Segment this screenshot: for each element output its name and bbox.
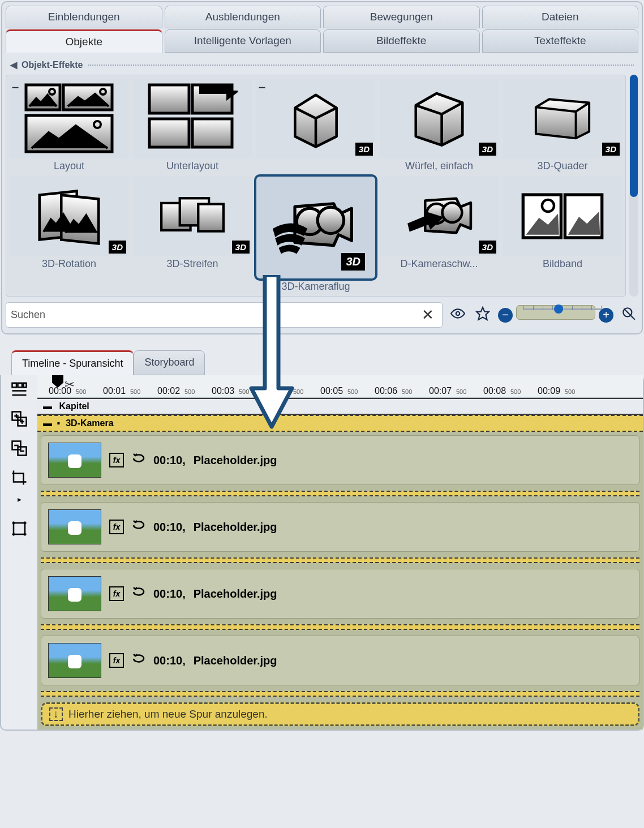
tool-add-plus-icon[interactable] — [10, 409, 29, 428]
gallery-label: 3D-Kameraflug — [256, 281, 375, 293]
tool-tracks-icon[interactable] — [10, 380, 29, 399]
tool-frame-icon[interactable] — [10, 519, 29, 538]
tab-intelligente-vorlagen[interactable]: Intelligente Vorlagen — [165, 29, 321, 53]
gallery-item-3d-kameraschwenk[interactable]: 3D D-Kameraschw... — [377, 174, 501, 295]
fx-badge[interactable]: fx — [109, 653, 124, 668]
track-item[interactable]: fx00:10,Placeholder.jpg — [41, 435, 639, 485]
gallery-label: 3D-Rotation — [10, 258, 128, 270]
gallery-item-layout[interactable]: – La — [7, 76, 131, 174]
zoom-knob[interactable] — [554, 304, 563, 314]
search-input[interactable]: Suchen ✕ — [6, 302, 443, 328]
gallery-label: Bildband — [503, 258, 622, 270]
search-placeholder: Suchen — [11, 309, 45, 321]
gallery-label: Layout — [10, 160, 128, 172]
track-item[interactable]: fx00:10,Placeholder.jpg — [41, 636, 639, 685]
svg-point-22 — [456, 311, 460, 315]
gallery-item-3d-kameraflug[interactable]: 3D 3D-Kameraflug — [254, 174, 377, 295]
gallery-item-bildband[interactable]: Bildband — [501, 174, 624, 295]
zoom-out-button[interactable]: − — [498, 308, 513, 323]
track-filename: Placeholder.jpg — [194, 654, 277, 667]
track-item[interactable]: fx00:10,Placeholder.jpg — [41, 569, 639, 619]
ruler-mark: 00:00500 — [49, 386, 71, 396]
gallery-item-3d-rotation[interactable]: 3D 3D-Rotation — [7, 174, 131, 295]
svg-rect-6 — [149, 85, 189, 113]
track-duration: 00:10, — [153, 454, 186, 467]
tab-ausblendungen[interactable]: Ausblendungen — [165, 6, 321, 28]
zoom-slider[interactable]: − + — [498, 305, 613, 325]
eye-icon[interactable] — [448, 306, 467, 324]
tool-dropdown-icon[interactable]: ▸ — [10, 490, 29, 509]
tab-bildeffekte[interactable]: Bildeffekte — [323, 29, 480, 53]
ruler-mark: 00:03500 — [212, 386, 234, 396]
kamera-header[interactable]: ▬ ▪ 3D-Kamera — [37, 415, 643, 432]
kamera-label: 3D-Kamera — [66, 418, 113, 428]
fx-badge[interactable]: fx — [109, 586, 124, 601]
collapse-triangle-icon[interactable]: ◀ — [10, 59, 17, 70]
track-filename: Placeholder.jpg — [194, 454, 277, 467]
tab-einblendungen[interactable]: Einblendungen — [6, 6, 162, 28]
timeline-panel: Timeline - Spuransicht Storyboard ▸ — [0, 350, 644, 731]
gallery-label: Unterlayout — [133, 160, 252, 172]
gallery-item-3d-streifen[interactable]: 3D 3D-Streifen — [131, 174, 254, 295]
badge-3d: 3D — [109, 241, 126, 254]
svg-rect-14 — [198, 204, 224, 231]
search-row: Suchen ✕ − + — [6, 302, 638, 328]
tab-texteffekte[interactable]: Texteffekte — [482, 29, 639, 53]
drop-hint[interactable]: ↓Hierher ziehen, um neue Spur anzulegen. — [41, 702, 639, 726]
effects-gallery: – La — [6, 75, 626, 297]
gallery-item-wuerfel-einfach[interactable]: 3D Würfel, einfach — [377, 76, 501, 174]
chapter-header[interactable]: ▬ Kapitel — [37, 398, 643, 415]
toolbox-panel: Einblendungen Ausblendungen Bewegungen D… — [1, 1, 643, 334]
timeline-ruler[interactable]: ✂ 00:0050000:0150000:0250000:0350000:045… — [37, 375, 643, 398]
track-divider — [41, 624, 639, 630]
ruler-mark: 00:06500 — [375, 386, 397, 396]
tab-storyboard[interactable]: Storyboard — [134, 350, 205, 375]
zoom-track[interactable] — [516, 305, 595, 320]
loop-icon[interactable] — [132, 452, 145, 469]
tab-dateien[interactable]: Dateien — [482, 6, 639, 28]
loop-icon[interactable] — [132, 518, 145, 535]
svg-rect-27 — [12, 383, 17, 388]
tab-bewegungen[interactable]: Bewegungen — [323, 6, 480, 28]
ruler-mark: 00:05500 — [320, 386, 343, 396]
tool-crop-icon[interactable] — [10, 468, 29, 487]
gallery-item-3d-quader[interactable]: 3D 3D-Quader — [501, 76, 624, 174]
ruler-mark: 00:09500 — [538, 386, 560, 396]
collapse-minus-icon: – — [259, 80, 265, 95]
star-icon[interactable] — [473, 306, 492, 324]
track-thumbnail — [48, 509, 101, 544]
zoom-reset-icon[interactable] — [619, 306, 638, 324]
collapse-icon[interactable]: ▬ — [43, 401, 52, 411]
gallery-scrollbar[interactable] — [629, 75, 638, 297]
fx-badge[interactable]: fx — [109, 520, 124, 534]
fx-badge[interactable]: fx — [109, 453, 124, 467]
track-divider — [41, 691, 639, 697]
svg-rect-42 — [14, 523, 25, 534]
svg-point-18 — [443, 203, 462, 222]
collapse-dash-icon[interactable]: ▬ ▪ — [43, 418, 61, 428]
section-header[interactable]: ◀ Objekt-Effekte — [10, 59, 634, 70]
section-title: Objekt-Effekte — [22, 60, 83, 70]
badge-3d: 3D — [479, 143, 496, 156]
badge-3d: 3D — [355, 143, 373, 156]
ruler-mark: 00:04500 — [266, 386, 289, 396]
svg-rect-9 — [192, 119, 232, 147]
svg-line-26 — [624, 308, 631, 316]
scrollbar-thumb[interactable] — [630, 75, 638, 197]
track-thumbnail — [48, 576, 101, 611]
loop-icon[interactable] — [132, 652, 145, 669]
tab-objekte[interactable]: Objekte — [6, 29, 162, 53]
clear-search-icon[interactable]: ✕ — [418, 306, 437, 324]
gallery-item-3d-wuerfel[interactable]: – 3D — [254, 76, 377, 174]
badge-3d: 3D — [232, 241, 250, 254]
section-dots — [88, 65, 634, 66]
tab-timeline[interactable]: Timeline - Spuransicht — [11, 350, 134, 375]
tool-remove-minus-icon[interactable] — [10, 439, 29, 458]
loop-icon[interactable] — [132, 585, 145, 602]
track-thumbnail — [48, 443, 101, 478]
svg-rect-8 — [149, 119, 189, 147]
track-duration: 00:10, — [153, 521, 186, 534]
gallery-item-unterlayout[interactable]: Unterlayout — [131, 76, 254, 174]
svg-marker-23 — [476, 307, 489, 320]
track-item[interactable]: fx00:10,Placeholder.jpg — [41, 502, 639, 552]
